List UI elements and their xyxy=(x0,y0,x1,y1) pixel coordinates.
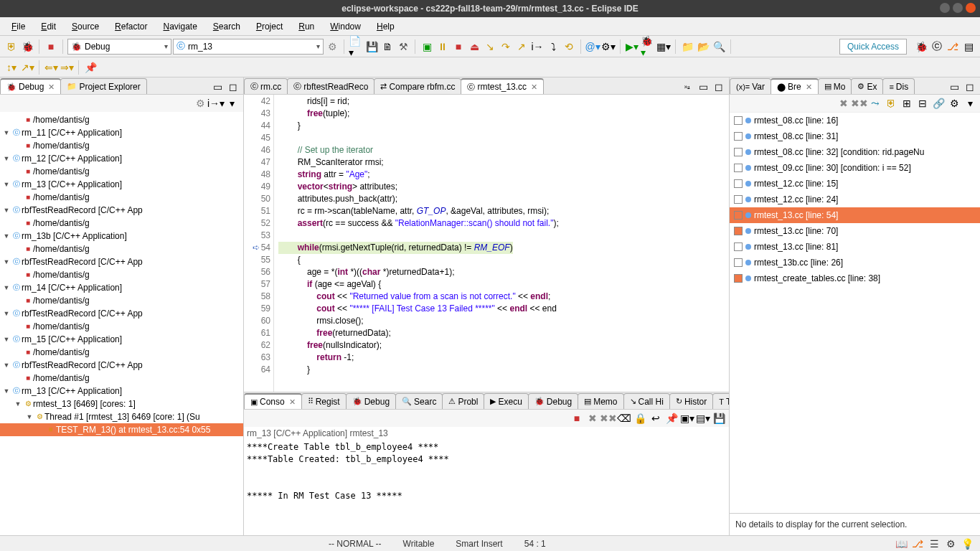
coverage-icon[interactable]: ▦▾ xyxy=(656,39,671,54)
code-line[interactable]: string attr = "Age"; xyxy=(278,169,729,181)
twisty-icon[interactable]: ▼ xyxy=(1,307,11,320)
view-menu-icon[interactable]: ▾ xyxy=(963,96,977,110)
code-line[interactable]: free(tuple); xyxy=(278,108,729,120)
debug-tree-row[interactable]: ▼ⓒrm_13b [C/C++ Application] xyxy=(0,230,243,242)
code-line[interactable]: free(nullsIndicator); xyxy=(278,339,729,352)
debug-tree-row[interactable]: ▼ⓒrbfTestReadRecord [C/C++ App xyxy=(0,307,243,320)
instr-step-icon[interactable]: i→ xyxy=(530,39,545,54)
close-icon[interactable]: ✕ xyxy=(804,83,812,92)
console-output[interactable]: ****Create Table tbl_b_employee4 **** **… xyxy=(244,440,729,535)
breakpoint-checkbox[interactable] xyxy=(734,195,743,204)
twisty-icon[interactable]: ▼ xyxy=(1,178,11,191)
menu-edit[interactable]: Edit xyxy=(34,19,63,34)
save-all-icon[interactable]: 🗎 xyxy=(380,39,395,54)
display-icon[interactable]: ▣▾ xyxy=(680,411,694,425)
debug-tree-row[interactable]: ▼ⓒrbfTestReadRecord [C/C++ App xyxy=(0,204,243,217)
code-line[interactable]: // Set up the iterator xyxy=(278,144,729,156)
pin-icon[interactable]: 📌 xyxy=(83,60,98,75)
right-tab[interactable]: ≡Dis xyxy=(882,78,915,94)
editor-tab[interactable]: ⇄Compare rbfm.cc xyxy=(374,78,461,94)
suspend-icon[interactable]: ⏸ xyxy=(435,39,450,54)
forward-icon[interactable]: ⇒▾ xyxy=(60,60,74,75)
new-icon[interactable]: 📄▾ xyxy=(349,39,363,54)
perspective-debug-icon[interactable]: 🐞 xyxy=(914,39,928,54)
clear-icon[interactable]: ⌫ xyxy=(617,411,631,425)
back-icon[interactable]: ⇐▾ xyxy=(44,60,58,75)
debug-tree-row[interactable]: ▼ⓒrm_12 [C/C++ Application] xyxy=(0,152,243,165)
close-icon[interactable]: ✕ xyxy=(46,83,55,92)
right-tab[interactable]: ⬤Bre✕ xyxy=(771,78,819,94)
view-menu-icon[interactable]: ▾ xyxy=(225,96,239,110)
breakpoint-row[interactable]: rmtest_13.cc [line: 70] xyxy=(730,223,980,239)
nav-icon[interactable]: ↗▾ xyxy=(20,60,34,75)
code-editor[interactable]: 424344454647484950515253➪545556575859606… xyxy=(244,95,729,392)
twisty-icon[interactable]: ▼ xyxy=(1,281,11,294)
twisty-icon[interactable]: ▼ xyxy=(1,359,11,372)
save-icon[interactable]: 💾 xyxy=(712,411,726,425)
breakpoint-checkbox[interactable] xyxy=(734,148,743,156)
breakpoint-checkbox[interactable] xyxy=(734,242,743,251)
drop-frame-icon[interactable]: ⤵ xyxy=(546,39,560,54)
breakpoint-row[interactable]: rmtest_13b.cc [line: 26] xyxy=(730,255,980,270)
code-line[interactable]: cout << "***** [FAIL] Test Case 13 Faile… xyxy=(278,303,729,315)
expand-icon[interactable]: ⊞ xyxy=(900,96,914,110)
bottom-tab[interactable]: ↘Call Hi xyxy=(623,393,670,409)
code-line[interactable]: rids[i] = rid; xyxy=(278,95,729,108)
debug-tree-row[interactable]: ▼ⓒrm_14 [C/C++ Application] xyxy=(0,281,243,294)
right-tab[interactable]: (x)=Var xyxy=(730,78,771,94)
bottom-tab[interactable]: ⠿Regist xyxy=(301,393,347,409)
debug-view-toolbar-icon[interactable]: ⚙ xyxy=(193,96,207,110)
debug-tree-row[interactable]: ▼ⓒrm_11 [C/C++ Application] xyxy=(0,126,243,139)
status-icon[interactable]: ⎇ xyxy=(910,537,925,551)
debug-tab[interactable]: 🐞Debug✕ xyxy=(0,78,61,94)
perspective-git-icon[interactable]: ⎇ xyxy=(946,39,960,54)
gear-icon[interactable]: ⚙▾ xyxy=(601,39,616,54)
bottom-tab[interactable]: ▶Execu xyxy=(484,393,528,409)
gear-icon[interactable]: ⚙ xyxy=(325,39,339,54)
code-line[interactable]: } xyxy=(278,120,729,132)
debug-tree-row[interactable]: ▼ⓒrm_13 [C/C++ Application] xyxy=(0,385,243,397)
code-line[interactable]: if (age <= ageVal) { xyxy=(278,278,729,291)
twisty-icon[interactable]: ▼ xyxy=(1,152,11,165)
breakpoint-checkbox[interactable] xyxy=(734,132,743,141)
window-close-button[interactable] xyxy=(966,3,976,13)
breakpoint-row[interactable]: rmtest_13.cc [line: 54] xyxy=(730,207,980,223)
code-line[interactable]: free(returnedData); xyxy=(278,327,729,339)
code-line[interactable]: rc = rm->scan(tableName, attr, GT_OP, &a… xyxy=(278,205,729,217)
bottom-tab[interactable]: ↻Histor xyxy=(669,393,713,409)
show-list-icon[interactable]: »₄ xyxy=(680,80,694,94)
bottom-tab[interactable]: 🐞Debug xyxy=(528,393,578,409)
minimize-icon[interactable]: ▭ xyxy=(696,80,710,94)
terminate-icon[interactable]: ■ xyxy=(451,39,466,54)
debug-view-toolbar-icon[interactable]: i→▾ xyxy=(209,96,223,110)
wrap-icon[interactable]: ↩ xyxy=(649,411,663,425)
restart-icon[interactable]: ⟲ xyxy=(562,39,576,54)
breakpoint-row[interactable]: rmtest_13.cc [line: 81] xyxy=(730,239,980,255)
remove-all-bp-icon[interactable]: ✖✖ xyxy=(852,96,867,110)
debug-tree-row[interactable]: ▼ⓒrm_15 [C/C++ Application] xyxy=(0,333,243,346)
bottom-tab[interactable]: ▤Memo xyxy=(578,393,623,409)
pin-icon[interactable]: 📌 xyxy=(664,411,679,425)
code-line[interactable]: attributes.push_back(attr); xyxy=(278,193,729,205)
code-line[interactable]: rmsi.close(); xyxy=(278,315,729,327)
maximize-icon[interactable]: ◻ xyxy=(963,80,977,94)
breakpoint-row[interactable]: rmtest_create_tables.cc [line: 38] xyxy=(730,270,980,286)
debug-tree-row[interactable]: ■/home/dantis/g xyxy=(0,217,243,230)
menu-search[interactable]: Search xyxy=(206,19,248,34)
bottom-tab[interactable]: 🐞Debug xyxy=(346,393,396,409)
debug-tree-row[interactable]: ▼ⓒrbfTestReadRecord [C/C++ App xyxy=(0,359,243,372)
twisty-icon[interactable]: ▼ xyxy=(13,397,23,410)
editor-tab[interactable]: ⓒrm.cc xyxy=(244,78,288,94)
status-icon[interactable]: ☰ xyxy=(927,537,941,551)
breakpoint-row[interactable]: rmtest_08.cc [line: 32] [condition: rid.… xyxy=(730,144,980,160)
maximize-icon[interactable]: ◻ xyxy=(226,80,240,94)
debug-tree-row[interactable]: ■/home/dantis/g xyxy=(0,139,243,152)
debug-tree-row[interactable]: ▼ⓒrbfTestReadRecord [C/C++ App xyxy=(0,255,243,268)
menu-help[interactable]: Help xyxy=(369,19,402,34)
menu-navigate[interactable]: Navigate xyxy=(156,19,204,34)
perspective-resource-icon[interactable]: ▤ xyxy=(961,39,976,54)
twisty-icon[interactable]: ▼ xyxy=(1,230,11,242)
step-return-icon[interactable]: ↗ xyxy=(514,39,529,54)
skip-bp-icon[interactable]: ⛨ xyxy=(884,96,898,110)
code-line[interactable]: { xyxy=(278,254,729,266)
